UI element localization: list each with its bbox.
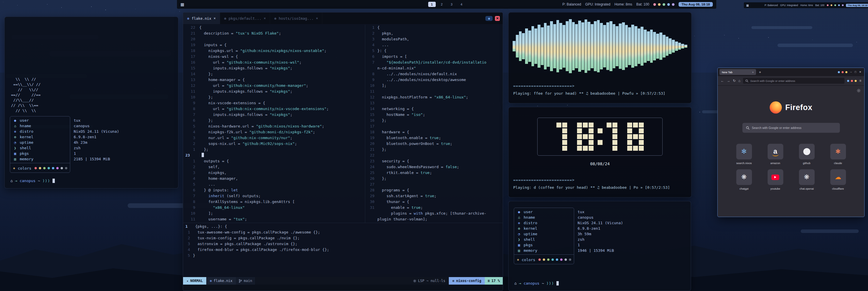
neovim-window: ✻flake.nix×✻pkgs/default...×✻hosts/isoIm… <box>183 12 503 291</box>
workspace-button-3[interactable]: 3 <box>448 2 456 7</box>
workspace-button-2[interactable]: 2 <box>438 2 445 7</box>
code-line: 6 }; <box>183 118 365 123</box>
close-button[interactable]: ✕ <box>859 70 861 74</box>
shortcut-tile-youtube[interactable]: youtube <box>763 169 788 190</box>
cava-bar <box>681 18 684 75</box>
url-bar[interactable]: Search with Google or enter address <box>743 78 844 84</box>
new-tab-button[interactable]: + <box>758 70 763 74</box>
editor-pane-iso-image[interactable]: 1{2 pkgs,3 modulesPath,4 ...5}: {6 impor… <box>365 25 503 223</box>
line-number: 23 <box>183 152 202 158</box>
status-text: Home: 6ms <box>800 4 813 7</box>
shortcut-tile-amazon[interactable]: aamazon <box>763 144 788 165</box>
package-icon: ▦ <box>517 243 521 247</box>
tray-icon[interactable] <box>842 4 844 6</box>
fetch-label: distro <box>524 221 537 225</box>
shortcut-tile-github[interactable]: github <box>794 144 819 165</box>
shell-prompt[interactable]: ⌂→canopus~))) <box>514 281 559 286</box>
shortcut-tile-chatgpt[interactable]: ❋chatgpt <box>732 169 756 190</box>
panel-toggle-button[interactable]: ◉ <box>485 16 493 21</box>
line-number: 10 <box>183 94 199 100</box>
cava-bar <box>566 18 568 75</box>
fetch-info-box: ●user⌂hname✻distro⚙kernel◔uptime❯shell▦p… <box>10 116 70 173</box>
terminal-fastfetch-right[interactable]: ●user⌂hname✻distro⚙kernel◔uptime❯shell▦p… <box>508 201 691 291</box>
prompt-chevrons: ))) <box>546 281 554 286</box>
shortcut-tile-search.nixos[interactable]: ✻search.nixos <box>732 144 756 165</box>
tray-icon[interactable] <box>827 4 829 6</box>
minimize-button[interactable]: − <box>850 70 852 74</box>
launcher-icon[interactable]: ▦ <box>746 4 749 7</box>
launcher-icon[interactable]: ▦ <box>181 2 184 7</box>
terminal-fastfetch-left[interactable]: \\ \\ // ==\\__\\/ // // \\// ==// //== … <box>4 17 178 188</box>
search-icon <box>746 126 750 130</box>
tab-close-icon[interactable]: × <box>264 16 266 20</box>
workspace-button-4[interactable]: 4 <box>458 2 465 7</box>
code-line: 18 hardware = { <box>365 129 503 135</box>
code-line: 1{ <box>365 25 503 30</box>
status-text: Bat: 100 <box>815 4 825 7</box>
tray-icon[interactable] <box>662 3 665 6</box>
shortcut-tile-claude[interactable]: ✱claude <box>826 144 850 165</box>
shell-prompt[interactable]: ⌂→canopus~))) <box>10 179 55 183</box>
extension-icon[interactable] <box>842 71 844 73</box>
code-line: 28 programs = { <box>365 187 503 193</box>
tray-icon[interactable] <box>658 3 660 6</box>
cava-bar <box>656 18 659 75</box>
clock-widget[interactable]: Thu Aug 08, 18:18 <box>846 4 868 7</box>
workspace-button-1[interactable]: 1 <box>428 2 436 7</box>
code-line: 6 } @ inputs: let <box>183 187 365 193</box>
code-text: plugin thunar-volman]; <box>377 216 427 222</box>
cava-bar <box>553 18 556 75</box>
back-icon[interactable]: ← <box>721 79 724 83</box>
color-dot <box>34 167 37 169</box>
vim-command-line[interactable] <box>183 285 503 291</box>
code-line: 2 tux-nvim-config = pkgs.callPackage ./n… <box>183 235 503 241</box>
extension-icon[interactable] <box>845 71 847 73</box>
line-number: 5 <box>183 181 199 187</box>
tray-icon[interactable] <box>838 4 840 6</box>
tab-close-icon[interactable]: × <box>752 70 754 74</box>
extension-icon[interactable] <box>851 80 853 82</box>
clock-widget[interactable]: Thu Aug 08, 18:18 <box>679 2 713 7</box>
window-close-button[interactable]: × <box>495 16 500 21</box>
code-text: url = "github:nix-community/nix-vscode-e… <box>199 106 329 112</box>
shortcut-tile-cloudflare[interactable]: ☁cloudflare <box>826 169 850 190</box>
extension-icon[interactable] <box>838 71 840 73</box>
editor-tab-1[interactable]: ✻flake.nix× <box>183 12 220 24</box>
newtab-search-input[interactable]: Search with Google or enter address <box>742 123 840 133</box>
fetch-label: user <box>524 210 533 214</box>
github-icon <box>803 148 810 155</box>
color-dot <box>569 259 571 261</box>
tile-icon-box: a <box>768 144 783 159</box>
tray-icon[interactable] <box>834 4 836 6</box>
tray-icon[interactable] <box>831 4 832 6</box>
browser-tab[interactable]: New Tab × <box>719 69 756 75</box>
user-icon: ● <box>13 118 17 122</box>
line-number: 8 <box>183 199 199 205</box>
clock-window: 08/08/24 =======================> Playin… <box>508 107 692 198</box>
code-text: nur.url = "github:nix-community/nur"; <box>199 135 292 141</box>
extension-icon[interactable] <box>855 80 857 82</box>
shortcut-tile-chat.openai[interactable]: ❋chat.openai <box>794 169 819 190</box>
code-text: ]; <box>199 210 213 216</box>
editor-tab-2[interactable]: ✻pkgs/default...× <box>220 12 270 24</box>
editor-pane-pkgs-default[interactable]: 1{pkgs, ...}: {1 tux-awesome-wm-config =… <box>183 223 503 277</box>
personalize-gear-icon[interactable] <box>857 89 861 93</box>
line-number: 20 <box>183 36 199 42</box>
refresh-icon[interactable]: ↻ <box>733 79 736 83</box>
menu-icon[interactable]: ≡ <box>859 79 861 83</box>
forward-icon[interactable]: → <box>727 79 730 83</box>
tab-close-icon[interactable]: × <box>316 16 318 20</box>
home-icon[interactable]: ⌂ <box>738 79 740 83</box>
fetch-label: hname <box>524 215 535 220</box>
editor-tab-3[interactable]: ✻hosts/isoImag...× <box>270 12 322 24</box>
editor-cursor <box>202 153 204 157</box>
tray-icon[interactable] <box>672 3 675 6</box>
maximize-button[interactable]: □ <box>855 70 856 74</box>
tray-icon[interactable] <box>667 3 670 6</box>
tab-close-icon[interactable]: × <box>214 16 216 20</box>
tray-icon[interactable] <box>653 3 656 6</box>
editor-pane-flake-nix[interactable]: 22{21 description = "tux's NixOS Flake";… <box>183 25 365 223</box>
cava-bar <box>662 18 665 75</box>
tile-label: amazon <box>763 162 788 165</box>
extension-icon[interactable] <box>847 80 849 82</box>
